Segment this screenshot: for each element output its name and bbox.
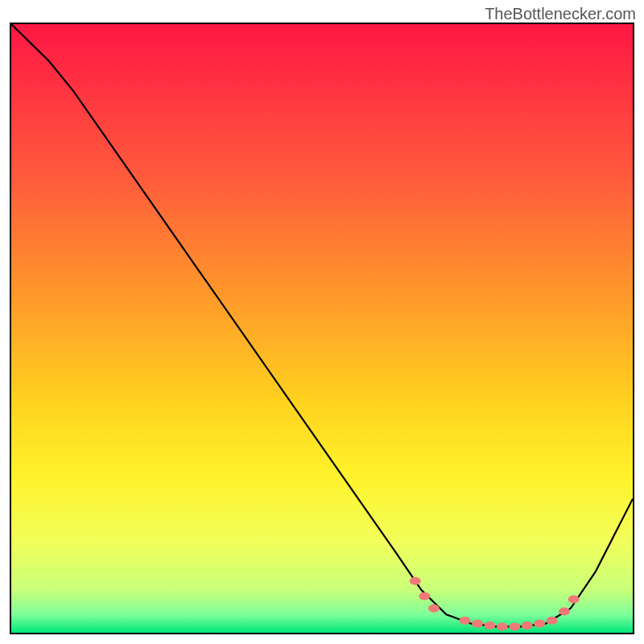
curve-marker <box>410 577 421 585</box>
curve-marker <box>428 605 440 613</box>
curve-marker <box>419 592 430 601</box>
curve-marker <box>472 620 483 628</box>
bottleneck-curve <box>11 24 633 633</box>
curve-marker <box>547 617 558 625</box>
curve-marker <box>534 620 545 628</box>
curve-marker <box>460 617 471 625</box>
curve-marker <box>484 621 495 630</box>
curve-marker <box>497 622 508 630</box>
curve-marker <box>522 621 533 630</box>
curve-marker <box>568 595 580 603</box>
curve-marker <box>509 622 520 630</box>
curve-marker <box>559 608 570 616</box>
chart-plot-area <box>10 23 634 634</box>
watermark-text: TheBottlenecker.com <box>485 5 636 23</box>
